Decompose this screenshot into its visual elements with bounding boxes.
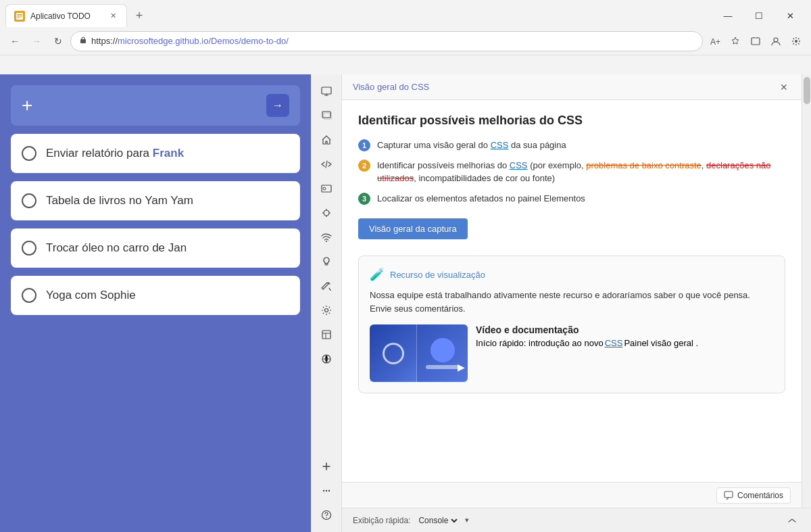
sidebar-tool-more[interactable] <box>315 479 338 502</box>
play-button-icon[interactable]: ▶ <box>458 362 465 372</box>
main-area: + → Enviar relatório para Frank Tabela d… <box>0 74 811 532</box>
todo-item-text: Enviar relatório para Frank <box>46 147 184 160</box>
capture-button[interactable]: Visão geral da captura <box>358 218 468 239</box>
scroll-thumb[interactable] <box>804 77 810 104</box>
sidebar-tool-home[interactable] <box>315 128 338 151</box>
gear-circle-icon <box>383 343 404 364</box>
add-todo-button[interactable]: + <box>22 95 266 116</box>
step1-text-before: Capturar uma visão geral do <box>377 140 491 150</box>
favorites-button[interactable] <box>726 32 745 51</box>
sidebar-tool-help[interactable] <box>315 504 338 527</box>
svg-rect-18 <box>322 331 330 339</box>
step-badge-3: 3 <box>358 193 370 205</box>
steps-list: 1 Capturar uma visão geral do CSS da sua… <box>358 139 785 205</box>
forward-button[interactable]: → <box>27 32 46 51</box>
comments-button[interactable]: Comentários <box>716 487 791 504</box>
sidebar-tool-wifi[interactable] <box>315 226 338 249</box>
frank-name: Frank <box>153 147 184 160</box>
svg-point-22 <box>328 490 330 491</box>
step-text-3: Localizar os elementos afetados no paine… <box>377 192 585 205</box>
todo-app: + → Enviar relatório para Frank Tabela d… <box>0 74 311 532</box>
browser-tab[interactable]: Aplicativo TODO ✕ <box>5 4 127 27</box>
close-button[interactable]: ✕ <box>775 5 806 26</box>
flask-icon: 🧪 <box>370 267 385 282</box>
step2-parens: (por exemplo, <box>528 160 587 170</box>
step-badge-1: 1 <box>358 139 370 151</box>
quick-view-dropdown-icon[interactable]: ▾ <box>465 516 469 525</box>
comments-icon <box>724 491 733 500</box>
url-path: /Demos/demo-to-do/ <box>208 36 289 46</box>
frank-prefix: Enviar relatório para <box>46 147 153 160</box>
sidebar-tool-code[interactable] <box>315 153 338 176</box>
play-bar: ▶ <box>426 365 460 369</box>
quick-view-expand-button[interactable] <box>784 512 800 529</box>
minimize-button[interactable]: — <box>712 5 743 26</box>
preview-header: 🧪 Recurso de visualização <box>370 267 774 282</box>
svg-point-8 <box>795 40 797 43</box>
step2-highlight-css: CSS <box>510 160 528 170</box>
todo-header: + → <box>11 85 300 126</box>
svg-rect-1 <box>17 14 22 16</box>
svg-rect-2 <box>17 16 22 16</box>
list-item[interactable]: Yoga com Sophie <box>11 276 300 315</box>
address-bar[interactable]: https://microsoftedge.github.io/Demos/de… <box>70 31 703 51</box>
preview-resource-card: 🧪 Recurso de visualização Nossa equipe e… <box>358 256 785 393</box>
sidebar-tool-paint[interactable] <box>315 274 338 297</box>
svg-text:A+: A+ <box>710 37 720 47</box>
svg-rect-4 <box>80 39 86 43</box>
sidebar-tool-globe[interactable] <box>315 347 338 370</box>
maximize-button[interactable]: ☐ <box>743 5 775 26</box>
svg-point-20 <box>323 490 324 491</box>
reload-button[interactable]: ↻ <box>49 32 68 51</box>
list-item[interactable]: Tabela de livros no Yam Yam <box>11 181 300 220</box>
window-controls: — ☐ ✕ <box>712 5 806 26</box>
svg-rect-6 <box>752 38 760 45</box>
scrollbar[interactable] <box>802 74 811 508</box>
step2-comma: , <box>702 160 706 170</box>
preview-css-link[interactable]: CSS <box>605 338 623 348</box>
panel-close-button[interactable]: ✕ <box>777 80 791 94</box>
sidebar-tool-bug[interactable] <box>315 201 338 224</box>
preview-media-title: Vídeo e documentação <box>476 324 774 335</box>
svg-point-21 <box>326 490 327 491</box>
sidebar-tool-layers[interactable] <box>315 104 338 127</box>
css-overview-panel: Visão geral do CSS ✕ Identificar possíve… <box>342 74 802 508</box>
todo-checkbox[interactable] <box>22 146 36 161</box>
todo-checkbox[interactable] <box>22 288 36 303</box>
profile-button[interactable] <box>766 32 785 51</box>
step-item-1: 1 Capturar uma visão geral do CSS da sua… <box>358 139 785 152</box>
todo-item-text: Trocar óleo no carro de Jan <box>46 241 187 255</box>
step2-comma2: , incompatibilidades de cor ou fonte) <box>414 173 555 183</box>
todo-navigate-button[interactable]: → <box>266 94 289 117</box>
tab-title: Aplicativo TODO <box>30 11 102 21</box>
tab-favicon <box>14 11 25 22</box>
read-aloud-button[interactable]: A+ <box>706 32 724 51</box>
quick-view-label: Exibição rápida: <box>353 516 410 525</box>
sidebar-tool-lightbulb[interactable] <box>315 250 338 273</box>
list-item[interactable]: Enviar relatório para Frank <box>11 134 300 173</box>
step-text-1: Capturar uma visão geral do CSS da sua p… <box>377 139 566 152</box>
collections-button[interactable] <box>746 32 765 51</box>
list-item[interactable]: Trocar óleo no carro de Jan <box>11 228 300 268</box>
nav-action-buttons: A+ <box>706 32 806 51</box>
sidebar-tool-media[interactable] <box>315 177 338 200</box>
svg-point-17 <box>325 309 328 312</box>
comments-label: Comentários <box>737 491 783 500</box>
new-tab-button[interactable]: + <box>130 6 149 25</box>
sidebar-tool-layout[interactable] <box>315 323 338 346</box>
step-item-3: 3 Localizar os elementos afetados no pai… <box>358 192 785 205</box>
tab-close-button[interactable]: ✕ <box>107 11 118 22</box>
title-bar: Aplicativo TODO ✕ + — ☐ ✕ <box>0 0 811 27</box>
step2-text: Identificar possíveis melhorias do <box>377 160 510 170</box>
step2-highlight-problems: problemas de baixo contraste <box>586 160 702 170</box>
sidebar-tool-screen[interactable] <box>315 80 338 103</box>
sidebar-tool-gear[interactable] <box>315 299 338 322</box>
url-display: https://microsoftedge.github.io/Demos/de… <box>91 36 694 46</box>
todo-checkbox[interactable] <box>22 241 36 256</box>
quick-view-select[interactable]: Console <box>416 515 460 526</box>
sidebar-tool-plus[interactable] <box>315 455 338 478</box>
todo-checkbox[interactable] <box>22 193 36 208</box>
preview-media: ▶ Vídeo e documentação Início rápido: in… <box>370 324 774 382</box>
back-button[interactable]: ← <box>5 32 24 51</box>
settings-button[interactable] <box>787 32 806 51</box>
